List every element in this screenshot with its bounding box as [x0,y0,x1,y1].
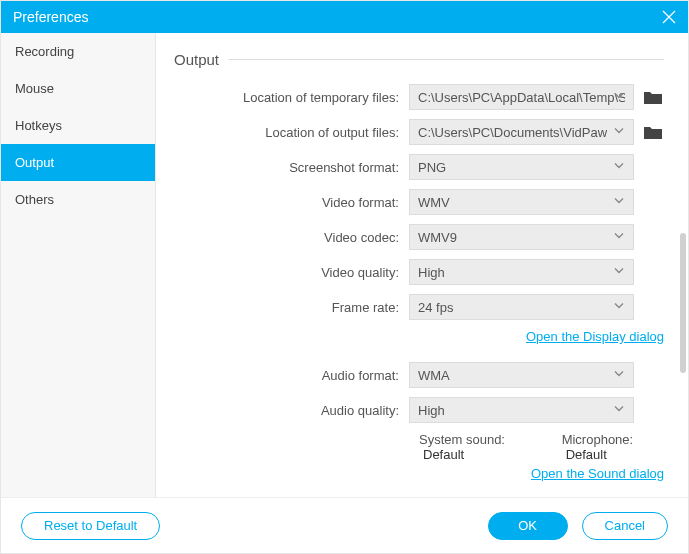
divider [229,59,664,60]
output-section-label: Output [174,51,219,68]
video-quality-label: Video quality: [174,265,409,280]
chevron-down-icon [613,368,625,383]
content-area: Output Location of temporary files: C:\U… [156,33,688,497]
chevron-down-icon [613,230,625,245]
audio-format-value: WMA [418,368,450,383]
window-title: Preferences [13,9,88,25]
screenshot-format-label: Screenshot format: [174,160,409,175]
sidebar-item-others[interactable]: Others [1,181,155,218]
microphone-label: Microphone: [562,432,634,447]
microphone-status: Microphone: Default [562,432,664,462]
open-sound-dialog-link[interactable]: Open the Sound dialog [531,466,664,481]
screenshot-format-select[interactable]: PNG [409,154,634,180]
output-files-browse-button[interactable] [642,121,664,143]
temp-files-select[interactable]: C:\Users\PC\AppData\Local\Temp\Sc [409,84,634,110]
cancel-button[interactable]: Cancel [582,512,668,540]
output-section-title: Output [174,51,664,68]
close-icon[interactable] [662,10,676,24]
system-sound-value: Default [423,447,464,462]
chevron-down-icon [613,403,625,418]
video-format-value: WMV [418,195,450,210]
chevron-down-icon [613,195,625,210]
footer: Reset to Default OK Cancel [1,497,688,553]
sidebar: Recording Mouse Hotkeys Output Others [1,33,156,497]
system-sound-label: System sound: [419,432,505,447]
scrollbar[interactable] [680,233,686,373]
sidebar-item-hotkeys[interactable]: Hotkeys [1,107,155,144]
system-sound-status: System sound: Default [419,432,534,462]
chevron-down-icon [613,160,625,175]
chevron-down-icon [613,265,625,280]
chevron-down-icon [613,300,625,315]
video-format-label: Video format: [174,195,409,210]
sidebar-item-mouse[interactable]: Mouse [1,70,155,107]
audio-format-select[interactable]: WMA [409,362,634,388]
frame-rate-value: 24 fps [418,300,453,315]
chevron-down-icon [613,125,625,140]
temp-files-value: C:\Users\PC\AppData\Local\Temp\Sc [418,90,625,105]
frame-rate-label: Frame rate: [174,300,409,315]
frame-rate-select[interactable]: 24 fps [409,294,634,320]
sidebar-item-recording[interactable]: Recording [1,33,155,70]
video-codec-value: WMV9 [418,230,457,245]
video-codec-select[interactable]: WMV9 [409,224,634,250]
reset-to-default-button[interactable]: Reset to Default [21,512,160,540]
ok-button[interactable]: OK [488,512,568,540]
sidebar-item-output[interactable]: Output [1,144,155,181]
output-files-select[interactable]: C:\Users\PC\Documents\VidPaw [409,119,634,145]
video-codec-label: Video codec: [174,230,409,245]
open-display-dialog-link[interactable]: Open the Display dialog [526,329,664,344]
audio-format-label: Audio format: [174,368,409,383]
screenshot-format-value: PNG [418,160,446,175]
output-files-label: Location of output files: [174,125,409,140]
video-quality-value: High [418,265,445,280]
audio-quality-label: Audio quality: [174,403,409,418]
microphone-value: Default [566,447,607,462]
video-format-select[interactable]: WMV [409,189,634,215]
folder-icon [644,90,662,104]
audio-quality-value: High [418,403,445,418]
temp-files-browse-button[interactable] [642,86,664,108]
chevron-down-icon [613,90,625,105]
audio-quality-select[interactable]: High [409,397,634,423]
output-files-value: C:\Users\PC\Documents\VidPaw [418,125,607,140]
temp-files-label: Location of temporary files: [174,90,409,105]
video-quality-select[interactable]: High [409,259,634,285]
folder-icon [644,125,662,139]
